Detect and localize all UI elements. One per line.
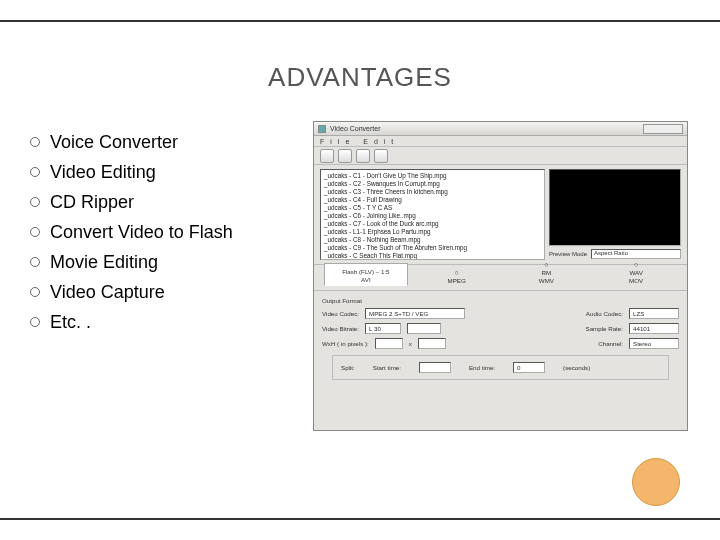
titlebar: Video Converter — [314, 122, 687, 136]
tab-sub: WMV — [539, 277, 554, 284]
divider-top — [0, 20, 720, 22]
file-row[interactable]: _udcaks - C9 - The Such of The Abrufen S… — [324, 244, 541, 252]
preview-pane: Preview Mode Aspect Ratio — [549, 169, 681, 260]
tab-sub: AVI — [361, 276, 371, 283]
slide-title: ADVANTAGES — [0, 62, 720, 93]
split-group: Split: Start time: End time: 0 (seconds) — [332, 355, 669, 380]
format-tab[interactable]: ○ RM WMV — [506, 257, 588, 286]
list-item-label: Etc. . — [50, 307, 91, 337]
main-row: _udcaks - C1 - Don't Give Up The Ship.mp… — [314, 165, 687, 265]
list-item: Movie Editing — [30, 247, 295, 277]
radio-icon: ○ — [634, 261, 638, 268]
bullet-icon — [30, 257, 40, 267]
end-time-label: End time: — [469, 364, 495, 371]
content-row: Voice Converter Video Editing CD Ripper … — [0, 121, 720, 431]
menubar[interactable]: File Edit — [314, 136, 687, 147]
format-tab[interactable]: ○ MPEG — [416, 265, 498, 286]
seconds-label: (seconds) — [563, 364, 590, 371]
list-item-label: Convert Video to Flash — [50, 217, 233, 247]
audio-codec-label: Audio Codec: — [586, 310, 623, 317]
bullet-icon — [30, 227, 40, 237]
toolbar-button[interactable] — [356, 149, 370, 163]
decorative-circle — [632, 458, 680, 506]
tab-sub: MOV — [629, 277, 643, 284]
toolbar-button[interactable] — [320, 149, 334, 163]
audio-codec-select[interactable]: LZS — [629, 308, 679, 319]
list-item: Convert Video to Flash — [30, 217, 295, 247]
bullet-list: Voice Converter Video Editing CD Ripper … — [30, 121, 295, 431]
tab-label: Flash (FLV) – 1:5 — [342, 268, 389, 275]
end-time-input[interactable]: 0 — [513, 362, 545, 373]
file-row[interactable]: _udcaks - C5 - T Y C AS — [324, 204, 541, 212]
window-controls[interactable] — [643, 124, 683, 134]
file-row[interactable]: _udcaks - L1-1 Erphsea Lo Partu.mpg — [324, 228, 541, 236]
list-item-label: Video Capture — [50, 277, 165, 307]
file-row[interactable]: _udcaks - C1 - Don't Give Up The Ship.mp… — [324, 172, 541, 180]
file-list[interactable]: _udcaks - C1 - Don't Give Up The Ship.mp… — [320, 169, 545, 260]
window-title: Video Converter — [330, 125, 380, 132]
video-bitrate-input[interactable]: L 30 — [365, 323, 401, 334]
file-row[interactable]: _udcaks - C7 - Look of the Duck arc.mpg — [324, 220, 541, 228]
tab-label: MPEG — [448, 277, 466, 284]
start-time-label: Start time: — [373, 364, 401, 371]
bullet-icon — [30, 287, 40, 297]
file-row[interactable]: _udcaks - C8 - Nothing Beam.mpg — [324, 236, 541, 244]
bullet-icon — [30, 167, 40, 177]
tab-label: RM — [542, 269, 552, 276]
file-row[interactable]: _udcaks - C6 - Joining Like..mpg — [324, 212, 541, 220]
video-bitrate-spin[interactable] — [407, 323, 441, 334]
format-tab[interactable]: Flash (FLV) – 1:5 AVI — [324, 263, 408, 286]
list-item: Voice Converter — [30, 127, 295, 157]
list-item: Etc. . — [30, 307, 295, 337]
tab-label: WAV — [629, 269, 642, 276]
sample-rate-input[interactable]: 44101 — [629, 323, 679, 334]
output-header: Output Format — [322, 297, 679, 304]
split-label: Split: — [341, 364, 355, 371]
bullet-icon — [30, 137, 40, 147]
list-item-label: Movie Editing — [50, 247, 158, 277]
menu-items[interactable]: File Edit — [320, 138, 399, 145]
preview-video — [549, 169, 681, 246]
sample-rate-label: Sample Rate: — [586, 325, 624, 332]
x-label: x — [409, 340, 412, 347]
radio-icon: ○ — [455, 269, 459, 276]
radio-icon: ○ — [544, 261, 548, 268]
toolbar — [314, 147, 687, 165]
format-tabs: Flash (FLV) – 1:5 AVI ○ MPEG ○ RM WMV ○ … — [314, 265, 687, 291]
channel-select[interactable]: Stereo — [629, 338, 679, 349]
wxh-label: WxH ( in pixels ): — [322, 340, 369, 347]
video-codec-select[interactable]: MPEG 2 S+TD / VEG — [365, 308, 465, 319]
app-icon — [318, 125, 326, 133]
list-item-label: Video Editing — [50, 157, 156, 187]
toolbar-button[interactable] — [374, 149, 388, 163]
output-section: Output Format Video Codec: MPEG 2 S+TD /… — [314, 291, 687, 430]
bullet-icon — [30, 197, 40, 207]
list-item-label: CD Ripper — [50, 187, 134, 217]
channel-label: Channel: — [598, 340, 623, 347]
bullet-icon — [30, 317, 40, 327]
start-time-input[interactable] — [419, 362, 451, 373]
divider-bottom — [0, 518, 720, 520]
file-row[interactable]: _udcaks - C4 - Full Drawing — [324, 196, 541, 204]
list-item: Video Capture — [30, 277, 295, 307]
width-input[interactable] — [375, 338, 403, 349]
video-bitrate-label: Video Bitrate: — [322, 325, 359, 332]
file-row[interactable]: _udcaks - C3 - Three Cheers In kitchen.m… — [324, 188, 541, 196]
list-item: Video Editing — [30, 157, 295, 187]
video-codec-label: Video Codec: — [322, 310, 359, 317]
list-item: CD Ripper — [30, 187, 295, 217]
screenshot-window: Video Converter File Edit _udcaks - C1 -… — [313, 121, 688, 431]
height-input[interactable] — [418, 338, 446, 349]
list-item-label: Voice Converter — [50, 127, 178, 157]
file-row[interactable]: _udcaks - C2 - Swanques In Corrupt.mpg — [324, 180, 541, 188]
toolbar-button[interactable] — [338, 149, 352, 163]
format-tab[interactable]: ○ WAV MOV — [595, 257, 677, 286]
